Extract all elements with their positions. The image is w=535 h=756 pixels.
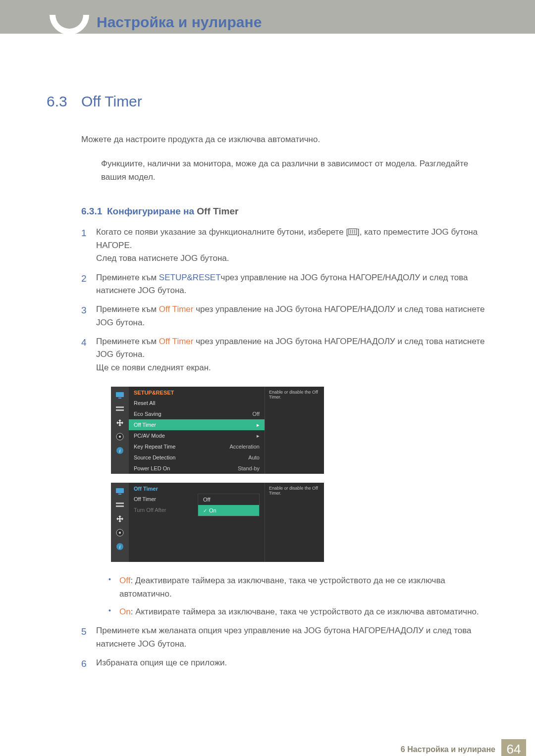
step-number: 1 [81,226,96,265]
osd-sidebar: i [111,483,129,562]
bullet-off: Off: Деактивирате таймера за изключване,… [108,574,488,601]
svg-rect-4 [116,392,124,397]
gear-icon [115,432,125,441]
section-heading: 6.3 Off Timer [47,93,488,110]
step-6: 6 Избраната опция ще се приложи. [81,656,488,671]
bullet-on: On: Активирате таймера за изключване, та… [108,605,488,618]
osd-menu-item: Power LED OnStand-by [129,463,265,474]
svg-text:i: i [119,448,120,454]
chapter-ornament [41,0,97,43]
list-icon [115,501,125,509]
info-icon: i [115,542,125,551]
osd-title: SETUP&RESET [129,387,265,398]
menu-icon [348,226,357,239]
osd-menu-item: PC/AV Mode▸ [129,430,265,441]
subsection-number: 6.3.1 [81,206,107,217]
osd-tooltip: Enable or disable the Off Timer. [265,483,324,562]
osd-option: Off [198,494,259,505]
svg-point-9 [119,436,121,438]
step-number: 6 [81,656,96,671]
step-body: Когато се появи указание за функционални… [96,226,488,265]
step-number: 5 [81,624,96,651]
step-body: Преминете към Off Timer чрез управление … [96,335,488,374]
step-3: 3 Преминете към Off Timer чрез управлени… [81,303,488,329]
monitor-icon [115,487,125,496]
step-body: Преминете към желаната опция чрез управл… [96,624,488,651]
osd-setup-reset: i SETUP&RESET Reset AllEco SavingOffOff … [111,387,324,474]
osd-item-label: Source Detection [134,454,175,460]
step-body: Преминете към Off Timer чрез управление … [96,303,488,329]
osd-option: ✓On [198,505,259,516]
osd-off-timer: i Off Timer Off TimerTurn Off After Off✓… [111,483,324,562]
check-icon: ✓ [203,508,207,513]
osd-item-label: Turn Off After [134,504,195,515]
step-5: 5 Преминете към желаната опция чрез упра… [81,624,488,651]
osd-menu-item: Eco SavingOff [129,408,265,419]
osd-menu-item: Key Repeat TimeAcceleration [129,441,265,452]
svg-rect-15 [116,505,124,507]
step-2: 2 Преминете към SETUP&RESETчрез управлен… [81,271,488,298]
osd-screenshots: i SETUP&RESET Reset AllEco SavingOffOff … [111,387,488,562]
gear-icon [115,528,125,537]
osd-item-value: Auto [248,454,260,460]
svg-rect-13 [118,494,121,495]
step-1: 1 Когато се появи указание за функционал… [81,226,488,265]
step-body: Преминете към SETUP&RESETчрез управление… [96,271,488,298]
osd-item-label: Eco Saving [134,411,161,417]
osd-item-value: Acceleration [229,444,260,450]
svg-point-17 [119,532,121,534]
osd-menu: SETUP&RESET Reset AllEco SavingOffOff Ti… [129,387,265,474]
info-icon: i [115,446,125,455]
chapter-title: Настройка и нулиране [97,14,262,31]
model-note: Функциите, налични за монитора, може да … [101,157,479,184]
svg-rect-7 [116,409,124,411]
step-body: Избраната опция ще се приложи. [96,656,488,671]
page-footer: 6 Настройка и нулиране 64 [0,735,535,756]
svg-rect-12 [116,488,124,493]
intro-text: Можете да настроите продукта да се изклю… [81,135,488,145]
step-4: 4 Преминете към Off Timer чрез управлени… [81,335,488,374]
page-number: 64 [501,739,526,756]
osd-item-value: Stand-by [238,465,260,471]
osd-sidebar: i [111,387,129,474]
resize-icon [115,418,125,427]
osd-menu: Off Timer Off TimerTurn Off After Off✓On [129,483,265,562]
monitor-icon [115,391,125,400]
osd-menu-item: Reset All [129,398,265,408]
footer-text: 6 Настройка и нулиране [401,745,495,754]
osd-item-value: Off [253,411,260,417]
osd-item-label: Power LED On [134,465,170,471]
osd-item-label: Reset All [134,400,155,406]
option-explanations: Off: Деактивирате таймера за изключване,… [108,574,488,618]
osd-tooltip: Enable or disable the Off Timer. [265,387,324,474]
subsection-prefix: Конфигуриране на [107,206,197,216]
list-icon [115,404,125,413]
resize-icon [115,514,125,523]
page-header: Настройка и нулиране [0,0,535,34]
osd-menu-item: Source DetectionAuto [129,452,265,463]
osd-item-label: PC/AV Mode [134,433,165,439]
steps-list: 1 Когато се появи указание за функционал… [81,226,488,374]
svg-rect-14 [116,503,124,504]
osd-item-value: ▸ [257,422,260,428]
step-number: 2 [81,271,96,298]
steps-list-cont: 5 Преминете към желаната опция чрез упра… [81,624,488,671]
step-number: 4 [81,335,96,374]
svg-text:i: i [119,544,120,550]
section-number: 6.3 [47,93,81,110]
section-title: Off Timer [81,93,142,110]
svg-rect-6 [116,406,124,408]
osd-menu-item: Off Timer▸ [129,419,265,430]
subsection-heading: 6.3.1 Конфигуриране на Off Timer [81,206,488,217]
step-number: 3 [81,303,96,329]
osd-item-label: Off Timer [134,422,156,428]
osd-title: Off Timer [129,483,265,494]
subsection-suffix: Off Timer [197,206,238,216]
svg-rect-5 [118,398,121,399]
osd-item-label: Key Repeat Time [134,444,175,450]
osd-item-label: Off Timer [134,494,195,504]
subsection-title: Конфигуриране на Off Timer [107,206,238,217]
osd-item-value: ▸ [257,433,260,439]
